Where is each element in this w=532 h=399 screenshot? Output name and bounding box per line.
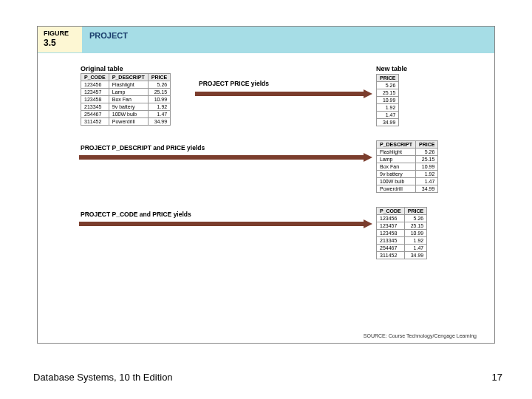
original-table: P_CODE P_DESCRIPT PRICE 123456Flashlight… bbox=[81, 73, 171, 126]
table-row: 254467100W bulb1.47 bbox=[81, 111, 171, 118]
table-row: 5.26 bbox=[377, 82, 399, 89]
figure-header: FIGURE 3.5 PROJECT bbox=[38, 27, 494, 52]
table-row: 2133451.92 bbox=[377, 237, 427, 245]
table-row: 1.92 bbox=[377, 104, 399, 112]
descript-price-table: P_DESCRIPT PRICE Flashlight5.26 Lamp25.1… bbox=[376, 140, 438, 193]
figure-source: SOURCE: Course Technology/Cengage Learni… bbox=[364, 333, 477, 338]
table-row: 311452Powerdrill34.99 bbox=[81, 118, 171, 126]
table-row: 2544671.47 bbox=[377, 245, 427, 252]
table-row: Box Fan10.99 bbox=[377, 163, 438, 171]
yield-label-3: PROJECT P_CODE and PRICE yields bbox=[81, 211, 191, 218]
caption-new: New table bbox=[376, 65, 407, 72]
figure-number-box: FIGURE 3.5 bbox=[38, 27, 82, 52]
col-header: P_CODE bbox=[377, 208, 405, 215]
table-row: 123457Lamp25.15 bbox=[81, 89, 171, 96]
col-header: P_CODE bbox=[81, 74, 109, 81]
yield-label-1: PROJECT PRICE yields bbox=[199, 80, 269, 87]
arrow-icon bbox=[79, 154, 372, 161]
table-row: Flashlight5.26 bbox=[377, 149, 438, 156]
col-header: PRICE bbox=[404, 208, 426, 215]
price-table: PRICE 5.26 25.15 10.99 1.92 1.47 34.99 bbox=[376, 74, 399, 126]
figure-container: FIGURE 3.5 PROJECT Original table P_CODE… bbox=[37, 26, 495, 344]
table-row: 2133459v battery1.92 bbox=[81, 103, 171, 111]
table-row: 100W bulb1.47 bbox=[377, 178, 438, 185]
arrow-icon bbox=[195, 90, 372, 98]
figure-number: 3.5 bbox=[44, 38, 76, 48]
col-header: P_DESCRIPT bbox=[109, 74, 148, 81]
table-row: 1234565.26 bbox=[377, 215, 427, 222]
slide-footer-left: Database Systems, 10 th Edition bbox=[33, 372, 173, 383]
table-row: 12345810.99 bbox=[377, 230, 427, 237]
table-row: 9v battery1.92 bbox=[377, 171, 438, 178]
yield-label-2: PROJECT P_DESCRIPT and PRICE yields bbox=[81, 144, 205, 151]
col-header: PRICE bbox=[377, 75, 399, 82]
table-row: 123458Box Fan10.99 bbox=[81, 96, 171, 103]
table-row: 12345725.15 bbox=[377, 222, 427, 230]
figure-word: FIGURE bbox=[44, 30, 76, 38]
col-header: P_DESCRIPT bbox=[377, 141, 416, 149]
code-price-table: P_CODE PRICE 1234565.26 12345725.15 1234… bbox=[376, 207, 427, 259]
slide-page-number: 17 bbox=[492, 372, 502, 383]
table-row: Powerdrill34.99 bbox=[377, 185, 438, 193]
table-row: 31145234.99 bbox=[377, 252, 427, 259]
figure-content: Original table P_CODE P_DESCRIPT PRICE 1… bbox=[38, 53, 494, 343]
table-row: 25.15 bbox=[377, 89, 399, 97]
table-row: 34.99 bbox=[377, 119, 399, 126]
table-row: 10.99 bbox=[377, 97, 399, 104]
col-header: PRICE bbox=[415, 141, 437, 149]
caption-original: Original table bbox=[81, 65, 171, 72]
table-row: 123456Flashlight5.26 bbox=[81, 81, 171, 89]
figure-title: PROJECT bbox=[82, 27, 135, 52]
arrow-icon bbox=[79, 220, 372, 228]
table-row: 1.47 bbox=[377, 112, 399, 119]
table-row: Lamp25.15 bbox=[377, 156, 438, 163]
col-header: PRICE bbox=[148, 74, 170, 81]
